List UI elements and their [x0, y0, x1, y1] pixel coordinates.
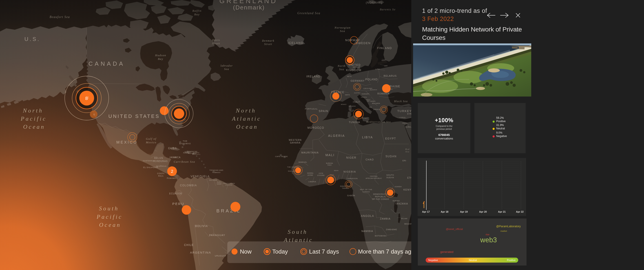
svg-text:Today: Today	[272, 248, 288, 255]
svg-text:8: 8	[85, 96, 88, 101]
svg-text:6: 6	[94, 113, 95, 116]
svg-text:Neutral: Neutral	[469, 259, 477, 261]
svg-text:Negative: Negative	[428, 259, 438, 261]
svg-text:Positive: Positive	[507, 259, 516, 261]
svg-text:Last 7 days: Last 7 days	[309, 248, 339, 255]
svg-text:Now: Now	[240, 248, 252, 255]
svg-text:2: 2	[171, 169, 174, 174]
svg-text:More than 7 days ago: More than 7 days ago	[358, 248, 411, 255]
